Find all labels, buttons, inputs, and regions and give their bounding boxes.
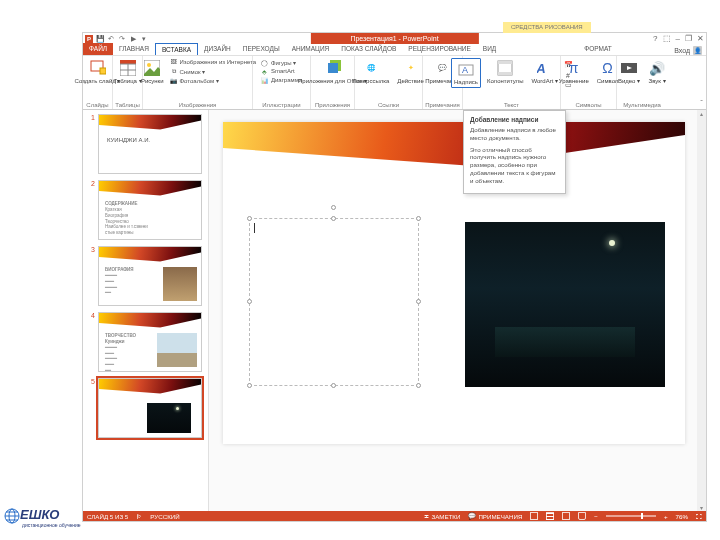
handle-tr[interactable] (416, 216, 421, 221)
spellcheck-icon[interactable]: 🏳 (136, 513, 142, 520)
eshko-logo: ЕШКО дистанционное обучение (4, 507, 81, 528)
view-slideshow-icon[interactable] (578, 512, 586, 520)
handle-r[interactable] (416, 299, 421, 304)
handle-l[interactable] (247, 299, 252, 304)
language[interactable]: РУССКИЙ (150, 513, 179, 520)
headerfooter-icon (496, 59, 514, 77)
vertical-scrollbar[interactable]: ▴ ▾ (697, 110, 706, 513)
album-icon: 📷 (170, 76, 178, 84)
undo-icon[interactable]: ↶ (107, 35, 115, 43)
handle-bl[interactable] (247, 383, 252, 388)
moon-icon (609, 240, 615, 246)
action-button[interactable]: ✦ Действие (395, 58, 425, 86)
thumb-3[interactable]: 3 БИОГРАФИЯ━━━━━━━━━━━━━ (89, 246, 202, 306)
video-icon (620, 59, 638, 77)
redo-icon[interactable]: ↷ (118, 35, 126, 43)
slide-editor[interactable]: ▴ ▾ (209, 110, 706, 513)
minimize-button[interactable]: – (676, 34, 680, 43)
tab-animations[interactable]: АНИМАЦИЯ (286, 43, 336, 55)
ribbon: Создать слайд ▾ Слайды Таблица ▾ Таблицы… (83, 56, 706, 110)
zoom-out-icon[interactable]: − (594, 513, 598, 520)
close-button[interactable]: ✕ (697, 34, 704, 43)
start-show-icon[interactable]: ▶ (129, 35, 137, 43)
zoom-slider[interactable] (606, 515, 656, 517)
view-sorter-icon[interactable] (546, 512, 554, 520)
online-images-button[interactable]: 🖼Изображения из Интернета (170, 58, 257, 66)
headerfooter-button[interactable]: Колонтитулы (485, 58, 526, 86)
online-images-icon: 🖼 (170, 58, 178, 66)
thumb-4[interactable]: 4 ТВОРЧЕСТВО Куинджи━━━━━━━━━━━━━━━━ (89, 312, 202, 372)
help-icon[interactable]: ? (653, 34, 657, 43)
thumbnail-pane: 1 КУИНДЖИ А.И. 2 СОДЕРЖАНИЕКраткаяБиогра… (83, 110, 209, 513)
signin[interactable]: Вход 👤 (674, 44, 702, 56)
equation-button[interactable]: π Уравнение (557, 58, 591, 86)
comment-icon: 💬 (434, 59, 452, 77)
pictures-button[interactable]: Рисунки (139, 58, 166, 86)
svg-rect-12 (498, 72, 512, 75)
textbox-icon: A (457, 60, 475, 78)
slide-image-night[interactable] (465, 222, 665, 387)
wordart-button[interactable]: A WordArt ▾ (529, 58, 560, 86)
textbox-button[interactable]: A Надпись (451, 58, 481, 88)
tab-format[interactable]: ФОРМАТ (578, 43, 617, 55)
fit-to-window-icon[interactable]: ⛶ (696, 513, 702, 520)
thumb-1[interactable]: 1 КУИНДЖИ А.И. (89, 114, 202, 174)
group-slides: Создать слайд ▾ Слайды (83, 56, 113, 109)
tooltip-textbox: Добавление надписи Добавление надписи в … (463, 110, 566, 194)
handle-b[interactable] (331, 383, 336, 388)
tab-transitions[interactable]: ПЕРЕХОДЫ (237, 43, 286, 55)
group-media: Видео ▾ 🔊 Звук ▾ Мультимедиа (617, 56, 667, 109)
handle-tl[interactable] (247, 216, 252, 221)
handle-t[interactable] (331, 216, 336, 221)
ribbon-tabs: ФАЙЛ ГЛАВНАЯ ВСТАВКА ДИЗАЙН ПЕРЕХОДЫ АНИ… (83, 44, 706, 56)
slide-count[interactable]: СЛАЙД 5 ИЗ 5 (87, 513, 128, 520)
zoom-in-icon[interactable]: + (664, 513, 668, 520)
tooltip-p1: Добавление надписи в любое место докумен… (470, 126, 559, 142)
tab-insert[interactable]: ВСТАВКА (155, 43, 198, 55)
thumb3-portrait (163, 267, 197, 301)
zoom-value[interactable]: 76% (676, 513, 688, 520)
thumb-5[interactable]: 5 (89, 378, 202, 438)
tab-slideshow[interactable]: ПОКАЗ СЛАЙДОВ (335, 43, 402, 55)
svg-text:A: A (537, 61, 548, 76)
shapes-icon: ◯ (261, 58, 269, 66)
save-icon[interactable]: 💾 (96, 35, 104, 43)
ribbon-display-icon[interactable]: ⬚ (663, 34, 671, 43)
scroll-up-icon[interactable]: ▴ (697, 110, 706, 119)
video-button[interactable]: Видео ▾ (616, 58, 642, 86)
comments-button[interactable]: 💬 ПРИМЕЧАНИЯ (468, 512, 522, 520)
tab-review[interactable]: РЕЦЕНЗИРОВАНИЕ (402, 43, 477, 55)
thumb-2[interactable]: 2 СОДЕРЖАНИЕКраткаяБиографияТворчествоНа… (89, 180, 202, 240)
handle-rotate[interactable] (331, 205, 336, 210)
restore-button[interactable]: ❐ (685, 34, 692, 43)
hyperlink-button[interactable]: 🌐 Гиперссылка (351, 58, 391, 86)
equation-icon: π (565, 59, 583, 77)
tab-file[interactable]: ФАЙЛ (83, 43, 113, 55)
tab-view[interactable]: ВИД (477, 43, 502, 55)
tab-home[interactable]: ГЛАВНАЯ (113, 43, 155, 55)
album-button[interactable]: 📷Фотоальбом ▾ (170, 76, 257, 84)
slide-canvas[interactable] (223, 122, 685, 444)
audio-button[interactable]: 🔊 Звук ▾ (646, 58, 668, 86)
tab-design[interactable]: ДИЗАЙН (198, 43, 237, 55)
tooltip-title: Добавление надписи (470, 116, 559, 123)
signin-label: Вход (674, 47, 690, 54)
notes-button[interactable]: ≐ ЗАМЕТКИ (424, 513, 460, 520)
collapse-ribbon-icon[interactable]: ˆ (700, 98, 703, 107)
qat-more-icon[interactable]: ▾ (140, 35, 148, 43)
wordart-icon: A (536, 59, 554, 77)
audio-icon: 🔊 (648, 59, 666, 77)
group-text: A Надпись Колонтитулы A WordArt ▾ 📅 # ▭ … (463, 56, 561, 109)
textbox-selected[interactable] (249, 218, 419, 386)
handle-br[interactable] (416, 383, 421, 388)
view-reading-icon[interactable] (562, 512, 570, 520)
view-normal-icon[interactable] (530, 512, 538, 520)
eshko-brand: ЕШКО (20, 507, 59, 522)
group-links: 🌐 Гиперссылка ✦ Действие Ссылки (355, 56, 423, 109)
app-icon: P (85, 35, 93, 43)
screenshot-button[interactable]: ⧉Снимок ▾ (170, 67, 257, 75)
group-apps: Приложения для Office ▾ Приложения (311, 56, 355, 109)
svg-rect-2 (120, 60, 136, 64)
svg-point-7 (147, 63, 151, 67)
quick-access-toolbar: P 💾 ↶ ↷ ▶ ▾ (83, 35, 148, 43)
